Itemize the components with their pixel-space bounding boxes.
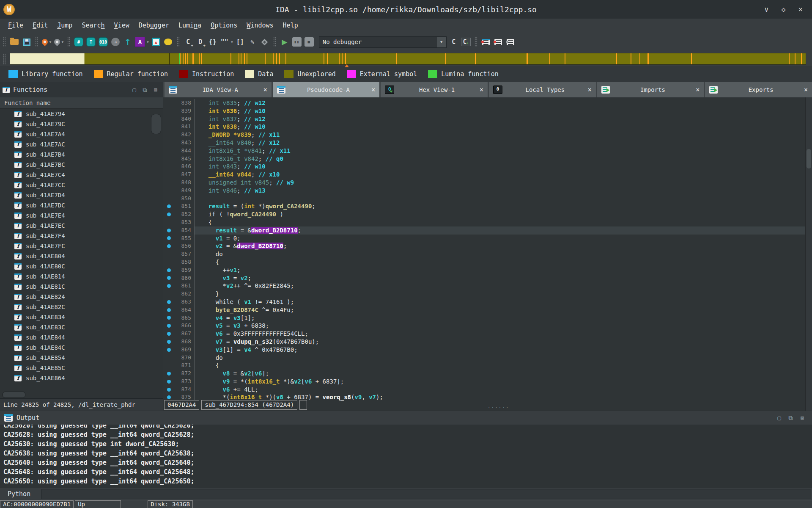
pseudocode-scroll-thumb[interactable] (807, 149, 811, 168)
pause-process-icon[interactable]: ▮▮ (292, 36, 302, 48)
function-row[interactable]: sub_41AE84C (0, 342, 163, 353)
function-name-column-header[interactable]: Function name (0, 97, 163, 109)
code-text[interactable]: __int64 v844; // x10 (195, 171, 812, 179)
open-file-icon[interactable] (9, 36, 19, 48)
watches-list-icon[interactable] (493, 36, 503, 48)
function-row[interactable]: sub_41AE79C (0, 119, 163, 129)
code-text[interactable]: int8x16_t *v841; // x11 (195, 147, 812, 155)
function-row[interactable]: sub_41AE7D4 (0, 190, 163, 200)
code-text[interactable]: int8x16_t v842; // q0 (195, 155, 812, 163)
debugger-continue-icon[interactable]: C (449, 36, 459, 48)
function-row[interactable]: sub_41AE7E4 (0, 210, 163, 221)
tab-imports[interactable]: Imports× (597, 82, 704, 97)
tab-hex-view-1[interactable]: Hex View-1× (381, 82, 488, 97)
menu-item-jump[interactable]: Jump (52, 20, 77, 30)
code-text[interactable]: v2 = &dword_B2D8710; (195, 242, 812, 250)
edit-comment-icon[interactable]: ✎ (247, 36, 258, 48)
close-icon[interactable]: × (804, 86, 808, 94)
panel-restore-icon[interactable]: ▢ (129, 86, 139, 94)
code-text[interactable] (195, 195, 812, 203)
code-text[interactable]: v4 = v3[1]; (195, 314, 812, 322)
code-text[interactable]: v6 += 4LL; (195, 386, 812, 394)
debugger-run-icon[interactable]: C▸ (461, 36, 471, 48)
code-text[interactable]: ++v1; (195, 266, 812, 274)
splitter-handle[interactable]: ······ (488, 405, 510, 411)
function-row[interactable]: sub_41AE7BC (0, 160, 163, 170)
function-row[interactable]: sub_41AE804 (0, 251, 163, 261)
code-text[interactable]: byte_B2D874C ^= 0x4Fu; (195, 306, 812, 314)
code-text[interactable]: __int64 v840; // x12 (195, 139, 812, 147)
code-text[interactable]: int v836; // w10 (195, 107, 812, 115)
function-row[interactable]: sub_41AE85C (0, 363, 163, 373)
output-restore-icon[interactable]: ▢ (774, 414, 785, 422)
menu-item-file[interactable]: File (3, 20, 28, 30)
function-row[interactable]: sub_41AE7B4 (0, 149, 163, 160)
output-log[interactable]: CA25620: using guessed type __int64 qwor… (0, 425, 812, 488)
navigator-icon[interactable]: ▲ (151, 36, 161, 48)
code-text[interactable]: do (195, 250, 812, 258)
code-text[interactable]: while ( v1 != 74161 ); (195, 298, 812, 306)
create-function-icon[interactable]: C+ (183, 36, 193, 48)
close-icon[interactable]: × (798, 5, 803, 14)
panel-close-icon[interactable]: ⊠ (151, 86, 161, 94)
pseudocode-scrollbar[interactable] (805, 97, 812, 411)
code-text[interactable]: v3 = v2; (195, 274, 812, 282)
function-row[interactable]: sub_41AE844 (0, 332, 163, 342)
set-color-icon[interactable] (163, 36, 173, 48)
python-command-input[interactable] (41, 489, 811, 499)
tab-exports[interactable]: Exports× (705, 82, 812, 97)
code-text[interactable]: result = (int *)qword_CA24490; (195, 202, 812, 210)
code-text[interactable]: int v846; // w13 (195, 187, 812, 195)
close-icon[interactable]: × (696, 86, 700, 94)
function-row[interactable]: sub_41AE794 (0, 109, 163, 119)
function-row[interactable]: sub_41AE7AC (0, 139, 163, 149)
menu-item-edit[interactable]: Edit (28, 20, 52, 30)
menu-item-search[interactable]: Search (77, 20, 109, 30)
debugger-selector[interactable]: No debugger▼ (319, 36, 447, 48)
function-row[interactable]: sub_41AE80C (0, 261, 163, 271)
jump-up-icon[interactable]: ↑ (123, 36, 133, 48)
code-text[interactable]: int v837; // w12 (195, 115, 812, 123)
close-icon[interactable]: × (588, 86, 592, 94)
code-text[interactable]: result = &dword_B2D8710; (195, 226, 812, 235)
save-file-icon[interactable] (22, 36, 32, 48)
output-float-icon[interactable]: ⧉ (785, 414, 797, 422)
function-row[interactable]: sub_41AE81C (0, 282, 163, 292)
tab-pseudocode-a[interactable]: Pseudocode-A× (273, 82, 380, 97)
binary-view-icon[interactable]: 010 (98, 36, 108, 48)
create-struct-icon[interactable]: {} (208, 36, 218, 48)
code-text[interactable]: *v2++ ^= 0x82FE2845; (195, 282, 812, 290)
code-text[interactable]: v7 = vdupq_n_s32(0x47B67B0u); (195, 338, 812, 346)
code-text[interactable]: int v835; // w12 (195, 99, 812, 107)
output-close-icon[interactable]: ⊠ (797, 414, 808, 422)
panel-float-icon[interactable]: ⧉ (140, 86, 151, 94)
function-row[interactable]: sub_41AE7CC (0, 180, 163, 190)
functions-hscroll-thumb[interactable] (3, 392, 25, 398)
function-row[interactable]: sub_41AE854 (0, 353, 163, 363)
chevron-down-icon[interactable]: ▼ (437, 37, 446, 47)
function-row[interactable]: sub_41AE864 (0, 373, 163, 383)
function-row[interactable]: sub_41AE7EC (0, 221, 163, 231)
breakpoint-list-icon[interactable] (481, 36, 491, 48)
menu-item-view[interactable]: View (110, 20, 134, 30)
close-icon[interactable]: × (263, 86, 267, 94)
menu-item-options[interactable]: Options (206, 20, 242, 30)
menu-item-windows[interactable]: Windows (242, 20, 278, 30)
code-text[interactable]: v5 = v3 + 6838; (195, 322, 812, 330)
code-text[interactable]: { (195, 218, 812, 226)
tab-local-types[interactable]: Local Types× (489, 82, 596, 97)
chevron-down-icon[interactable]: ▼ (147, 40, 149, 44)
functions-vertical-scrollbar[interactable] (151, 110, 161, 391)
code-text[interactable]: v9 = *(int8x16_t *)&v2[v6 + 6837]; (195, 378, 812, 386)
code-text[interactable]: unsigned int v845; // w9 (195, 179, 812, 187)
tab-ida-view-a[interactable]: IDA View-A× (165, 82, 272, 97)
jump-to-address-icon[interactable]: ▼ (41, 36, 52, 48)
jump-marker-icon[interactable]: ▼ (54, 36, 64, 48)
navigation-band[interactable] (10, 53, 806, 65)
function-row[interactable]: sub_41AE7F4 (0, 231, 163, 241)
code-text[interactable]: v8 = &v2[v6]; (195, 370, 812, 378)
chevron-down-icon[interactable]: ▼ (231, 40, 233, 44)
code-text[interactable]: do (195, 354, 812, 362)
string-literal-icon[interactable]: ""▼ (220, 36, 233, 48)
define-data-icon[interactable]: D+ (195, 36, 206, 48)
